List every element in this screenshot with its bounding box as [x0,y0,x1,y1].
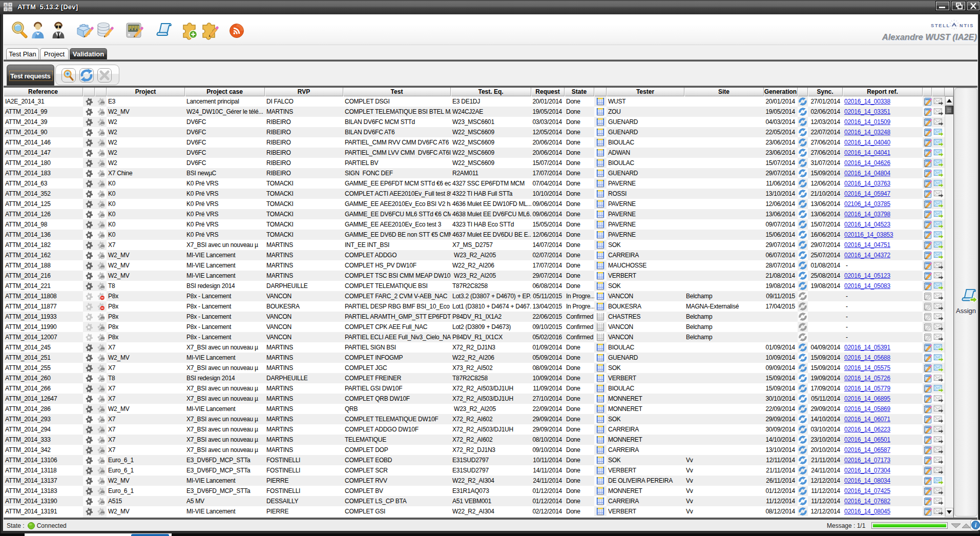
svg-text:T: T [5,8,7,11]
svg-text:A: A [5,4,7,7]
svg-text:NTIS: NTIS [960,23,974,28]
svg-text:T: T [9,4,11,7]
svg-text:M: M [9,8,12,11]
svg-text:STELL: STELL [931,23,950,28]
